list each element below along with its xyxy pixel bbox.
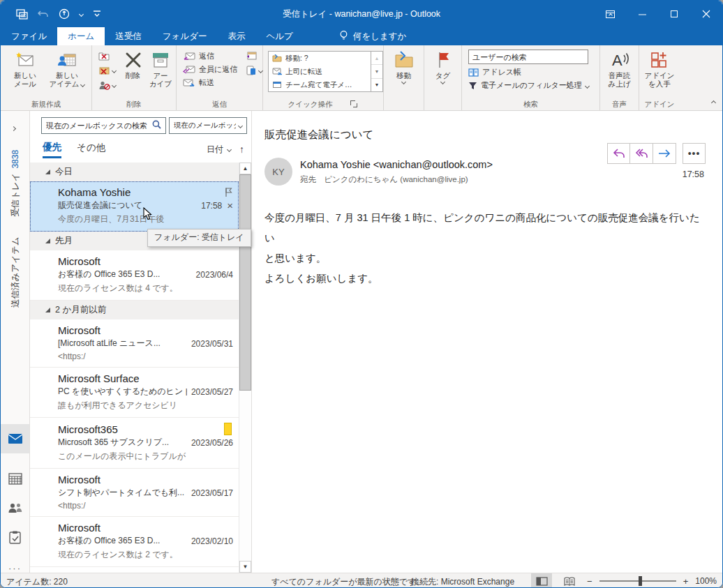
quick-step-team-email[interactable]: チーム宛て電子メ… <box>269 78 371 91</box>
expand-folder-pane-icon[interactable] <box>12 121 15 133</box>
tab-view[interactable]: 表示 <box>217 27 255 45</box>
tab-send-receive[interactable]: 送受信 <box>105 27 152 45</box>
zoom-out-button[interactable]: − <box>587 576 592 587</box>
remove-from-list-icon[interactable]: × <box>227 202 233 210</box>
category-tag[interactable] <box>224 423 232 435</box>
close-button[interactable] <box>690 1 722 27</box>
reading-mode-button[interactable] <box>559 573 580 588</box>
quick-steps-scroll-up[interactable]: ▲ <box>371 52 382 65</box>
nav-tasks-button[interactable] <box>1 522 29 552</box>
search-icon[interactable] <box>152 119 161 132</box>
message-from[interactable]: Kohama Yoshie <wanichan@outlook.com> <box>300 159 493 170</box>
touch-mouse-mode-icon[interactable] <box>59 8 70 20</box>
ribbon-display-options-button[interactable] <box>594 1 626 27</box>
message-to-line: 宛先 ピンクのわにちゃん (wanichan@live.jp) <box>300 174 493 185</box>
mail-group-header[interactable]: 2 か月前以前 <box>30 301 239 319</box>
sort-label: 日付 <box>207 144 223 156</box>
search-scope-dropdown[interactable]: 現在のメールボックス <box>169 117 247 134</box>
ignore-button[interactable] <box>98 50 116 61</box>
search-box[interactable] <box>41 117 166 134</box>
scroll-down-button[interactable]: ▼ <box>239 561 251 573</box>
undo-icon[interactable] <box>38 10 49 19</box>
tab-home[interactable]: ホーム <box>57 27 105 45</box>
filter-email-button[interactable]: 電子メールのフィルター処理 <box>468 80 589 91</box>
forward-button[interactable]: 転送 <box>183 77 237 88</box>
im-reply-button[interactable] <box>246 65 262 76</box>
item-count: アイテム数: 220 <box>6 576 68 588</box>
zoom-level[interactable]: 100% <box>695 576 717 586</box>
tab-folder[interactable]: フォルダー <box>152 27 218 45</box>
quick-step-forward-manager[interactable]: 上司に転送 <box>269 65 371 78</box>
mail-list-item[interactable]: Microsoftお客様の Office 365 E3 D...2023/06/… <box>30 250 239 301</box>
read-aloud-button[interactable]: A 音声読 み上げ <box>602 47 636 88</box>
to-recipient[interactable]: ピンクのわにちゃん (wanichan@live.jp) <box>324 175 468 183</box>
new-items-button[interactable]: 新しい アイテム <box>48 47 86 88</box>
sender-avatar[interactable]: KY <box>264 158 292 186</box>
nav-people-button[interactable] <box>1 493 29 522</box>
nav-calendar-button[interactable] <box>1 464 29 493</box>
sort-dropdown[interactable]: 日付 ↑ <box>207 144 244 156</box>
new-items-dropdown-icon <box>80 82 85 87</box>
collapse-ribbon-button[interactable] <box>712 95 715 107</box>
junk-button[interactable] <box>98 65 116 76</box>
mail-preview: 誰もが利用できるアクセシビリ <box>58 400 233 412</box>
list-scrollbar[interactable]: ▲ ▼ <box>239 163 251 573</box>
find-user-input[interactable] <box>468 50 588 64</box>
zoom-slider[interactable] <box>599 580 676 582</box>
mail-list-item[interactable]: Kohama Yoshie販売促進会議について17:58×今度の月曜日、7月31… <box>30 181 239 232</box>
delete-button[interactable]: 削除 <box>119 47 147 80</box>
meeting-reply-button[interactable] <box>246 50 262 61</box>
mail-list-item[interactable]: Microsoft SurfacePC を使いやすくするためのヒント2023/0… <box>30 368 239 418</box>
scrollbar-thumb[interactable] <box>239 174 251 391</box>
minimize-button[interactable] <box>626 1 658 27</box>
mail-list-item[interactable]: Microsoft[Microsoft atLife ニュース...2023/0… <box>30 319 239 368</box>
reading-view-button[interactable] <box>531 573 552 588</box>
mail-list-item[interactable]: Microsoftお客様の Office 365 E3 D...2023/02/… <box>30 517 239 567</box>
ribbon-group-respond: 返信 全員に返信 転送 返信 <box>177 45 263 110</box>
address-book-button[interactable]: アドレス帳 <box>468 67 589 77</box>
mail-preview: 現在のライセンス数は 4 です。 <box>58 282 233 294</box>
reply-all-button[interactable]: 全員に返信 <box>183 64 237 75</box>
group-label-new: 新規作成 <box>3 98 89 110</box>
zoom-slider-thumb[interactable] <box>639 576 642 586</box>
quicksteps-dialog-launcher[interactable] <box>350 100 358 108</box>
folder-inbox[interactable]: 受信トレイ3838 <box>10 150 22 217</box>
more-actions-button[interactable]: ••• <box>683 143 706 164</box>
mail-list-item[interactable]: Microsoftシフト制やパートタイムでも利...2023/05/17<htt… <box>30 469 239 517</box>
search-input[interactable] <box>46 121 149 130</box>
forward-message-button[interactable] <box>653 143 676 164</box>
tab-focused[interactable]: 優先 <box>43 141 61 158</box>
quick-steps-scroll-down[interactable]: ▼ <box>371 65 382 78</box>
tell-me-box[interactable]: 何をしますか <box>329 27 417 45</box>
tab-other[interactable]: その他 <box>77 142 105 157</box>
customize-qat-icon[interactable] <box>93 10 101 17</box>
nav-mail-button[interactable] <box>1 424 29 453</box>
move-button[interactable]: 移動 <box>386 47 422 84</box>
tags-button[interactable]: タグ <box>426 47 459 84</box>
flag-icon[interactable] <box>223 187 233 197</box>
sort-direction-icon[interactable]: ↑ <box>239 144 244 155</box>
mail-group-header[interactable]: 今日 <box>30 163 239 181</box>
reply-message-button[interactable] <box>607 143 630 164</box>
quick-step-move[interactable]: 移動: ? <box>269 52 371 65</box>
new-mail-button[interactable]: 新しい メール <box>6 47 44 88</box>
reply-all-message-button[interactable] <box>630 143 653 164</box>
quick-steps-scrollbar: ▲ ▼ ▼ <box>371 52 382 91</box>
maximize-button[interactable] <box>658 1 690 27</box>
touch-mode-dropdown-icon[interactable] <box>79 12 84 17</box>
get-addins-button[interactable]: アドイン を入手 <box>641 47 678 88</box>
block-sender-button[interactable] <box>98 80 116 91</box>
reply-button[interactable]: 返信 <box>183 51 237 61</box>
tab-file[interactable]: ファイル <box>1 27 57 45</box>
tab-help[interactable]: ヘルプ <box>255 27 303 45</box>
zoom-in-button[interactable]: + <box>683 576 689 587</box>
scroll-up-button[interactable]: ▲ <box>239 163 251 174</box>
mail-sender: Kohama Yoshie <box>58 186 219 198</box>
new-items-icon <box>57 49 77 71</box>
quick-steps-more[interactable]: ▼ <box>371 79 382 91</box>
outlook-app-icon[interactable] <box>16 9 28 20</box>
archive-button[interactable]: アー カイブ <box>147 47 174 88</box>
folder-sent-items[interactable]: 送信済みアイテム <box>10 237 22 308</box>
mail-list-item[interactable]: Microsoft365Microsoft 365 サブスクリプ...2023/… <box>30 418 239 469</box>
message-list-pane: 現在のメールボックス 優先 その他 日付 ↑ 今日Kohama Yoshie販売… <box>30 111 252 573</box>
